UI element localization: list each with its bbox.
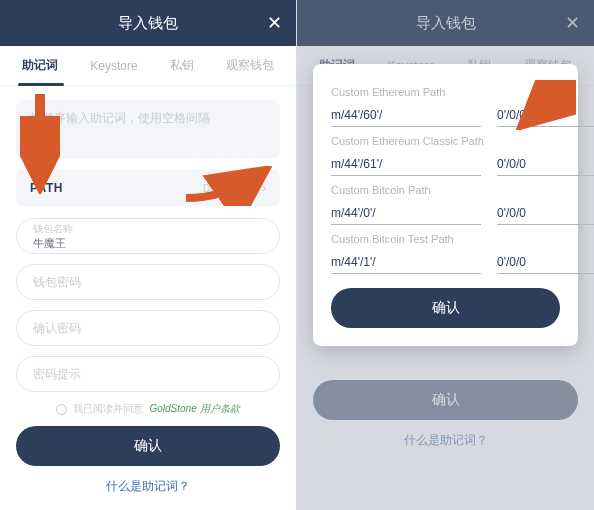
header: 导入钱包 ✕	[0, 0, 296, 46]
path-suffix-input[interactable]	[497, 251, 594, 274]
path-group-label: Custom Bitcoin Test Path	[331, 233, 560, 245]
wallet-password-field[interactable]: 钱包密码	[16, 264, 280, 300]
tab-watch-wallet[interactable]: 观察钱包	[222, 57, 278, 74]
wallet-password-label: 钱包密码	[33, 274, 263, 291]
header: 导入钱包 ✕	[297, 0, 594, 46]
wallet-name-field[interactable]: 钱包名称 牛魔王	[16, 218, 280, 254]
path-group: Custom Bitcoin Path	[331, 184, 560, 225]
path-prefix-input[interactable]	[331, 104, 481, 127]
path-suffix-input[interactable]	[497, 104, 594, 127]
path-group: Custom Bitcoin Test Path	[331, 233, 560, 274]
screen-import-main: 导入钱包 ✕ 助记词 Keystore 私钥 观察钱包 按顺序输入助记词，使用空…	[0, 0, 297, 510]
tabs: 助记词 Keystore 私钥 观察钱包	[0, 46, 296, 86]
mnemonic-placeholder: 按顺序输入助记词，使用空格间隔	[30, 111, 210, 125]
help-mnemonic-link[interactable]: 什么是助记词？	[16, 478, 280, 501]
path-group: Custom Ethereum Classic Path	[331, 135, 560, 176]
path-label: PATH	[30, 181, 63, 195]
path-group-label: Custom Bitcoin Path	[331, 184, 560, 196]
password-hint-label: 密码提示	[33, 366, 263, 383]
close-icon[interactable]: ✕	[267, 12, 282, 34]
confirm-button[interactable]: 确认	[16, 426, 280, 466]
chevron-right-icon: ›	[262, 181, 266, 195]
agree-text: 我已阅读并同意	[73, 402, 143, 416]
screen-path-modal: 导入钱包 ✕ 助记词 Keystore 私钥 观察钱包 确认 什么是助记词？ C…	[297, 0, 594, 510]
modal-confirm-button[interactable]: 确认	[331, 288, 560, 328]
tab-mnemonic[interactable]: 助记词	[18, 57, 62, 74]
custom-path-modal: Custom Ethereum Path Custom Ethereum Cla…	[313, 64, 578, 346]
form-body: 按顺序输入助记词，使用空格间隔 PATH Default Path › 钱包名称…	[0, 86, 296, 510]
path-selector[interactable]: PATH Default Path ›	[16, 170, 280, 206]
header-title: 导入钱包	[416, 14, 476, 33]
agree-terms-row[interactable]: 我已阅读并同意 GoldStone 用户条款	[16, 402, 280, 416]
path-prefix-input[interactable]	[331, 153, 481, 176]
tab-private-key[interactable]: 私钥	[166, 57, 198, 74]
close-icon[interactable]: ✕	[565, 12, 580, 34]
mnemonic-input[interactable]: 按顺序输入助记词，使用空格间隔	[16, 100, 280, 158]
terms-link[interactable]: GoldStone 用户条款	[149, 402, 239, 416]
confirm-password-field[interactable]: 确认密码	[16, 310, 280, 346]
path-default-value: Default Path ›	[203, 181, 266, 195]
path-group-label: Custom Ethereum Path	[331, 86, 560, 98]
confirm-password-label: 确认密码	[33, 320, 263, 337]
path-group-label: Custom Ethereum Classic Path	[331, 135, 560, 147]
password-hint-field[interactable]: 密码提示	[16, 356, 280, 392]
path-group: Custom Ethereum Path	[331, 86, 560, 127]
path-suffix-input[interactable]	[497, 153, 594, 176]
path-prefix-input[interactable]	[331, 202, 481, 225]
path-suffix-input[interactable]	[497, 202, 594, 225]
path-prefix-input[interactable]	[331, 251, 481, 274]
tab-keystore[interactable]: Keystore	[86, 59, 141, 73]
header-title: 导入钱包	[118, 14, 178, 33]
agree-radio-icon[interactable]	[56, 404, 67, 415]
wallet-name-value: 牛魔王	[33, 236, 263, 251]
wallet-name-label: 钱包名称	[33, 222, 263, 236]
